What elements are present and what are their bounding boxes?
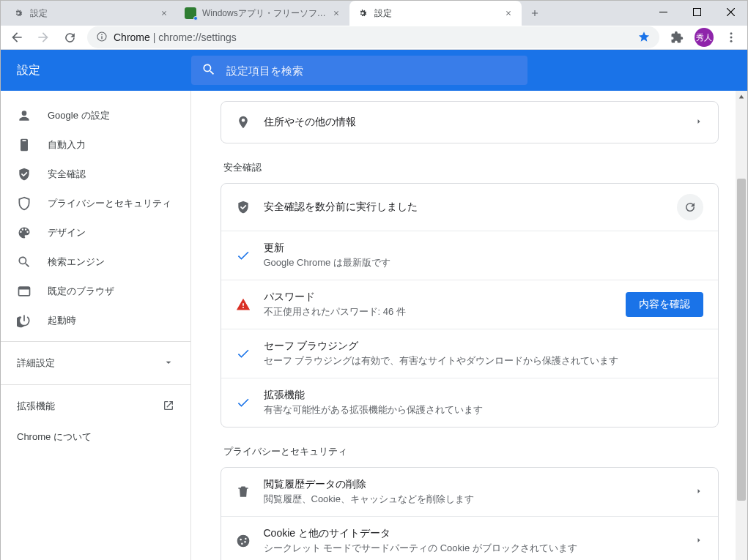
svg-point-7 [730, 40, 733, 42]
bookmark-star-icon[interactable] [637, 30, 651, 45]
divider [1, 341, 190, 342]
sidebar-item-autofill[interactable]: 自動入力 [1, 130, 190, 160]
forward-button[interactable] [32, 26, 55, 49]
address-row[interactable]: 住所やその他の情報 [221, 102, 718, 143]
sidebar-label: 拡張機能 [17, 400, 55, 413]
titlebar: 設定 Windowsアプリ・フリーソフトのおすすめ 設定 [1, 1, 747, 26]
shield-icon [236, 200, 251, 214]
sidebar-label: デザイン [48, 226, 86, 239]
sidebar-label: Google の設定 [48, 109, 110, 122]
sidebar-item-safety[interactable]: 安全確認 [1, 160, 190, 189]
main-panel: 住所やその他の情報 安全確認 安全確認を数分前に実行しました 更新Google … [191, 50, 747, 560]
tab-0-title: 設定 [30, 7, 155, 20]
sidebar-item-search[interactable]: 検索エンジン [1, 247, 190, 277]
warning-icon [236, 296, 251, 313]
safety-row-update: 更新Google Chrome は最新版です [221, 231, 718, 280]
safety-section-title: 安全確認 [223, 161, 719, 174]
minimize-button[interactable] [646, 1, 680, 23]
sidebar-label: 起動時 [48, 314, 76, 327]
row-title: 拡張機能 [264, 389, 703, 402]
divider [1, 384, 190, 385]
row-sub: 有害な可能性がある拡張機能から保護されています [264, 403, 703, 417]
review-password-button[interactable]: 内容を確認 [626, 292, 703, 317]
vertical-scrollbar[interactable] [736, 91, 747, 560]
site-icon [185, 7, 196, 19]
new-tab-button[interactable] [525, 3, 545, 23]
site-info-icon[interactable] [96, 31, 108, 45]
svg-rect-1 [693, 8, 700, 15]
tab-1-title: Windowsアプリ・フリーソフトのおすすめ [202, 7, 327, 20]
sidebar-item-appearance[interactable]: デザイン [1, 218, 190, 247]
settings-search-input[interactable] [226, 64, 517, 77]
sidebar-item-google[interactable]: Google の設定 [1, 101, 190, 130]
sidebar-item-extensions[interactable]: 拡張機能 [1, 391, 190, 422]
sidebar-label: 詳細設定 [17, 356, 55, 370]
trash-icon [236, 485, 251, 499]
sidebar: Google の設定 自動入力 安全確認 プライバシーとセキュリティ デザイン … [1, 50, 191, 560]
scroll-up-icon[interactable] [736, 91, 747, 102]
check-icon [236, 346, 251, 362]
sidebar-item-privacy[interactable]: プライバシーとセキュリティ [1, 189, 190, 218]
sidebar-item-startup[interactable]: 起動時 [1, 306, 190, 335]
sidebar-item-about[interactable]: Chrome について [1, 422, 190, 452]
svg-rect-4 [101, 36, 102, 39]
svg-point-3 [101, 34, 103, 35]
row-title: セーフ ブラウジング [264, 340, 703, 353]
search-icon [17, 255, 32, 269]
sidebar-label: Chrome について [17, 430, 92, 444]
svg-point-6 [730, 37, 733, 39]
safety-header-row: 安全確認を数分前に実行しました [221, 184, 718, 231]
maximize-button[interactable] [680, 1, 714, 23]
safety-card: 安全確認を数分前に実行しました 更新Google Chrome は最新版です パ… [221, 183, 719, 428]
sidebar-item-default-browser[interactable]: 既定のブラウザ [1, 277, 190, 306]
toolbar: Chrome | chrome://settings 秀人 [1, 26, 747, 50]
sidebar-label: 安全確認 [48, 168, 86, 181]
chevron-right-icon [695, 487, 703, 498]
power-icon [17, 313, 32, 328]
settings-search[interactable] [191, 56, 527, 85]
tab-1[interactable]: Windowsアプリ・フリーソフトのおすすめ [177, 1, 349, 26]
safety-row-extensions: 拡張機能有害な可能性がある拡張機能から保護されています [221, 378, 718, 427]
row-sub: シークレット モードでサードパーティの Cookie がブロックされています [264, 542, 681, 555]
safety-row-password: パスワード不正使用されたパスワード: 46 件 内容を確認 [221, 280, 718, 329]
sidebar-label: 自動入力 [48, 138, 86, 152]
row-sub: セーフ ブラウジングは有効で、有害なサイトやダウンロードから保護されています [264, 354, 703, 367]
tab-0[interactable]: 設定 [5, 1, 177, 26]
row-sub: 閲覧履歴、Cookie、キャッシュなどを削除します [264, 493, 681, 506]
privacy-row-clear[interactable]: 閲覧履歴データの削除閲覧履歴、Cookie、キャッシュなどを削除します [221, 468, 718, 516]
sidebar-label: 既定のブラウザ [48, 285, 114, 298]
omnibox[interactable]: Chrome | chrome://settings [87, 26, 659, 48]
svg-rect-9 [19, 287, 30, 289]
tab-strip: 設定 Windowsアプリ・フリーソフトのおすすめ 設定 [5, 1, 545, 26]
cookie-icon [236, 534, 251, 548]
tab-2[interactable]: 設定 [349, 1, 522, 26]
row-sub: 不正使用されたパスワード: 46 件 [264, 305, 612, 318]
close-window-button[interactable] [714, 1, 747, 23]
row-title: 更新 [264, 242, 703, 255]
sidebar-item-advanced[interactable]: 詳細設定 [1, 348, 190, 378]
safety-row-browsing: セーフ ブラウジングセーフ ブラウジングは有効で、有害なサイトやダウンロードから… [221, 329, 718, 378]
menu-button[interactable] [719, 26, 743, 49]
check-icon [236, 247, 251, 264]
close-icon[interactable] [158, 7, 170, 19]
location-icon [236, 115, 251, 130]
close-icon[interactable] [330, 7, 342, 19]
shield-check-icon [17, 167, 32, 182]
extensions-button[interactable] [665, 26, 689, 49]
chevron-right-icon [695, 117, 703, 128]
row-title: パスワード [264, 291, 612, 304]
close-icon[interactable] [503, 7, 514, 19]
reload-button[interactable] [58, 26, 81, 49]
gear-icon [12, 7, 24, 19]
refresh-safety-button[interactable] [677, 194, 703, 220]
row-title: 住所やその他の情報 [264, 116, 681, 129]
privacy-row-cookie[interactable]: Cookie と他のサイトデータシークレット モードでサードパーティの Cook… [221, 516, 718, 560]
scrollbar-thumb[interactable] [737, 179, 746, 501]
profile-avatar[interactable]: 秀人 [695, 28, 714, 47]
address-card: 住所やその他の情報 [221, 101, 719, 143]
browser-window: 設定 Windowsアプリ・フリーソフトのおすすめ 設定 [0, 0, 748, 560]
row-title: 閲覧履歴データの削除 [264, 478, 681, 491]
chevron-right-icon [695, 536, 703, 547]
check-icon [236, 395, 251, 411]
back-button[interactable] [5, 26, 29, 49]
